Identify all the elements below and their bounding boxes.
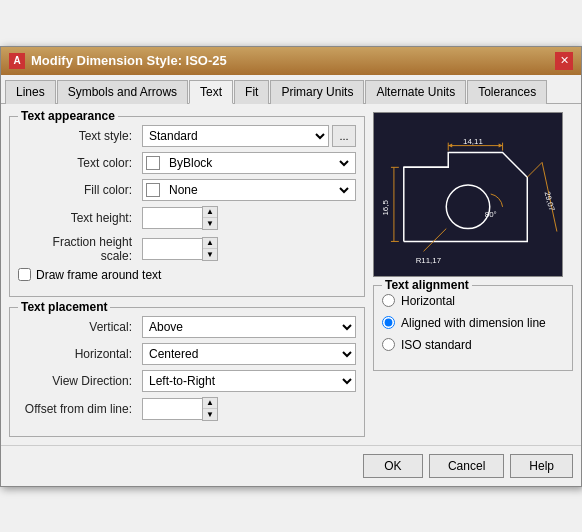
text-color-control: ByBlock	[142, 152, 356, 174]
left-panel: Text appearance Text style: Standard ...…	[9, 112, 365, 437]
horizontal-label: Horizontal:	[18, 347, 138, 361]
fraction-height-up-button[interactable]: ▲	[203, 238, 217, 249]
main-window: A Modify Dimension Style: ISO-25 ✕ Lines…	[0, 46, 582, 487]
cancel-button[interactable]: Cancel	[429, 454, 504, 478]
tab-fit[interactable]: Fit	[234, 80, 269, 104]
horizontal-radio[interactable]	[382, 294, 395, 307]
fill-color-swatch	[146, 183, 160, 197]
preview-canvas: 14,11 16,5 29,07 80°	[373, 112, 563, 277]
horizontal-row: Horizontal: Centered Left Right	[18, 343, 356, 365]
footer: OK Cancel Help	[1, 445, 581, 486]
text-placement-label: Text placement	[18, 300, 110, 314]
offset-input[interactable]: 0.625	[142, 398, 202, 420]
vertical-control: Above Centered Below	[142, 316, 356, 338]
fraction-height-row: Fraction height scale: 1 ▲ ▼	[18, 235, 356, 263]
tab-tolerances[interactable]: Tolerances	[467, 80, 547, 104]
tabs-bar: Lines Symbols and Arrows Text Fit Primar…	[1, 75, 581, 104]
fraction-height-control: 1 ▲ ▼	[142, 237, 356, 261]
fraction-height-down-button[interactable]: ▼	[203, 249, 217, 260]
text-style-label: Text style:	[18, 129, 138, 143]
offset-spinner-btns: ▲ ▼	[202, 397, 218, 421]
vertical-label: Vertical:	[18, 320, 138, 334]
text-alignment-section: Text alignment Horizontal Aligned with d…	[373, 285, 573, 371]
offset-label: Offset from dim line:	[18, 402, 138, 416]
horizontal-radio-row: Horizontal	[382, 294, 564, 308]
main-content: Text appearance Text style: Standard ...…	[1, 104, 581, 445]
ok-button[interactable]: OK	[363, 454, 423, 478]
offset-up-button[interactable]: ▲	[203, 398, 217, 409]
help-button[interactable]: Help	[510, 454, 573, 478]
fill-color-row: Fill color: None	[18, 179, 356, 201]
text-style-control: Standard ...	[142, 125, 356, 147]
text-height-input[interactable]: 2.5	[142, 207, 202, 229]
horizontal-control: Centered Left Right	[142, 343, 356, 365]
window-title: Modify Dimension Style: ISO-25	[31, 53, 227, 68]
text-height-spinner: 2.5 ▲ ▼	[142, 206, 218, 230]
view-direction-control: Left-to-Right Right-to-Left	[142, 370, 356, 392]
text-appearance-section: Text appearance Text style: Standard ...…	[9, 116, 365, 297]
text-appearance-label: Text appearance	[18, 109, 118, 123]
text-height-control: 2.5 ▲ ▼	[142, 206, 356, 230]
svg-text:16,5: 16,5	[381, 199, 390, 215]
tab-primary[interactable]: Primary Units	[270, 80, 364, 104]
fill-color-label: Fill color:	[18, 183, 138, 197]
tab-symbols[interactable]: Symbols and Arrows	[57, 80, 188, 104]
text-style-dots-button[interactable]: ...	[332, 125, 356, 147]
fill-color-control: None	[142, 179, 356, 201]
text-color-swatch	[146, 156, 160, 170]
tab-alternate[interactable]: Alternate Units	[365, 80, 466, 104]
fill-color-select[interactable]: None	[163, 180, 352, 200]
vertical-row: Vertical: Above Centered Below	[18, 316, 356, 338]
view-direction-select[interactable]: Left-to-Right Right-to-Left	[142, 370, 356, 392]
tab-lines[interactable]: Lines	[5, 80, 56, 104]
text-alignment-label: Text alignment	[382, 278, 472, 292]
fraction-height-label: Fraction height scale:	[18, 235, 138, 263]
close-button[interactable]: ✕	[555, 52, 573, 70]
app-icon: A	[9, 53, 25, 69]
fraction-height-spinner-btns: ▲ ▼	[202, 237, 218, 261]
offset-row: Offset from dim line: 0.625 ▲ ▼	[18, 397, 356, 421]
svg-text:80°: 80°	[485, 209, 497, 218]
text-color-wrapper: ByBlock	[142, 152, 356, 174]
view-direction-row: View Direction: Left-to-Right Right-to-L…	[18, 370, 356, 392]
offset-control: 0.625 ▲ ▼	[142, 397, 356, 421]
svg-text:R11,17: R11,17	[416, 256, 441, 265]
fill-color-wrapper: None	[142, 179, 356, 201]
fraction-height-input[interactable]: 1	[142, 238, 202, 260]
text-height-up-button[interactable]: ▲	[203, 207, 217, 218]
fraction-height-spinner: 1 ▲ ▼	[142, 237, 218, 261]
horizontal-select[interactable]: Centered Left Right	[142, 343, 356, 365]
horizontal-radio-label: Horizontal	[401, 294, 455, 308]
text-placement-section: Text placement Vertical: Above Centered …	[9, 307, 365, 437]
offset-down-button[interactable]: ▼	[203, 409, 217, 420]
aligned-radio-label: Aligned with dimension line	[401, 316, 546, 330]
text-height-spinner-btns: ▲ ▼	[202, 206, 218, 230]
aligned-radio-row: Aligned with dimension line	[382, 316, 564, 330]
iso-radio[interactable]	[382, 338, 395, 351]
right-panel: 14,11 16,5 29,07 80°	[373, 112, 573, 437]
title-bar: A Modify Dimension Style: ISO-25 ✕	[1, 47, 581, 75]
offset-spinner: 0.625 ▲ ▼	[142, 397, 218, 421]
iso-radio-row: ISO standard	[382, 338, 564, 352]
text-height-down-button[interactable]: ▼	[203, 218, 217, 229]
aligned-radio[interactable]	[382, 316, 395, 329]
text-color-row: Text color: ByBlock	[18, 152, 356, 174]
draw-frame-label: Draw frame around text	[36, 268, 161, 282]
title-bar-left: A Modify Dimension Style: ISO-25	[9, 53, 227, 69]
preview-svg: 14,11 16,5 29,07 80°	[374, 113, 562, 276]
text-height-label: Text height:	[18, 211, 138, 225]
svg-text:14,11: 14,11	[463, 136, 483, 145]
view-direction-label: View Direction:	[18, 374, 138, 388]
text-height-row: Text height: 2.5 ▲ ▼	[18, 206, 356, 230]
text-color-label: Text color:	[18, 156, 138, 170]
text-style-row: Text style: Standard ...	[18, 125, 356, 147]
iso-radio-label: ISO standard	[401, 338, 472, 352]
tab-text[interactable]: Text	[189, 80, 233, 104]
draw-frame-checkbox[interactable]	[18, 268, 31, 281]
text-style-select[interactable]: Standard	[142, 125, 329, 147]
vertical-select[interactable]: Above Centered Below	[142, 316, 356, 338]
draw-frame-row: Draw frame around text	[18, 268, 356, 282]
text-color-select[interactable]: ByBlock	[163, 153, 352, 173]
